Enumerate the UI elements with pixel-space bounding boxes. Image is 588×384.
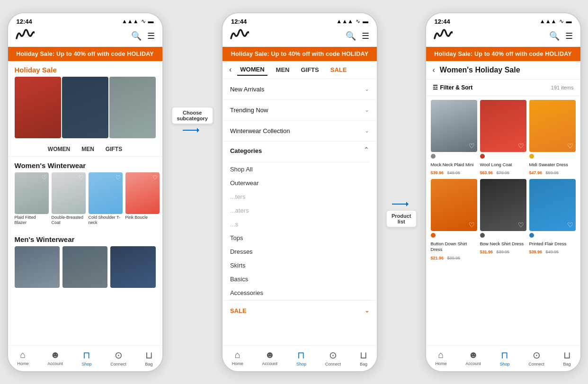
bottom-nav-connect-2[interactable]: ⊙ Connect [325,349,341,366]
tab-women[interactable]: WOMEN [48,146,70,152]
heart-btn-6[interactable]: ♡ [567,221,573,229]
cat-tops[interactable]: Tops [230,231,369,245]
heart-btn-4[interactable]: ♡ [469,221,475,229]
promo-banner-3[interactable]: Holiday Sale: Up to 40% off with code HO… [426,47,580,61]
product-pricing-4: $21.96 $39.95 [431,253,477,261]
bottom-nav-bag-1[interactable]: ⊔ Bag [145,349,153,366]
product-card-4[interactable]: ♡ Button Down Shirt Dress $21.96 $39.95 [431,179,477,261]
filter-sort-button[interactable]: ☲ Filter & Sort [433,84,473,91]
cat-jackets[interactable]: ...s [230,217,369,231]
product-pricing-5: $31.96 $39.95 [480,247,526,255]
search-icon-2[interactable]: 🔍 [346,31,356,41]
product-card-5[interactable]: ♡ Bow Neck Shirt Dress $31.96 $39.95 [480,179,526,261]
heart-btn-5[interactable]: ♡ [518,221,524,229]
product-card-1[interactable]: ♡ Mock Neck Plaid Mini $39.96 $49.95 [431,100,477,176]
home-label-2: Home [232,361,243,366]
heart-btn-2[interactable]: ♡ [518,142,524,150]
product-img-men1 [15,246,60,288]
bottom-nav-home-1[interactable]: ⌂ Home [17,349,28,366]
promo-banner-2[interactable]: Holiday Sale: Up to 40% off with code HO… [223,47,377,61]
nav-gifts[interactable]: GIFTS [298,64,321,75]
product-img-3: ♡ [529,100,576,152]
bottom-nav-connect-3[interactable]: ⊙ Connect [528,349,544,366]
heart-blazer[interactable]: ♡ [42,174,47,181]
back-button-3[interactable]: ‹ [433,66,435,74]
categories-chevron-up[interactable]: ⌃ [364,146,369,153]
cat-basics[interactable]: Basics [230,272,369,286]
nav-bar-2: 🔍 ☰ [223,27,377,47]
menu-winterwear[interactable]: Winterwear Collection ⌄ [223,121,377,142]
bottom-nav-shop-2[interactable]: ⊓ Shop [296,349,306,366]
logo-3 [434,29,453,43]
product-img-4: ♡ [431,179,477,231]
product-card-6[interactable]: ♡ Printed Flair Dress $39.96 $49.95 [529,179,576,261]
bottom-nav-account-2[interactable]: ☻ Account [262,349,278,366]
connect-label-3: Connect [528,362,544,366]
menu-trending-now[interactable]: Trending Now ⌄ [223,100,377,121]
wifi-icon-3: ∿ [559,18,564,25]
cat-sweaters[interactable]: ...ters [230,190,369,204]
status-icons-3: ▲▲▲ ∿ ▬ [540,18,572,25]
nav-women[interactable]: WOMEN [237,64,267,76]
cat-dresses[interactable]: Dresses [230,245,369,259]
bottom-nav-shop-1[interactable]: ⊓ Shop [81,349,91,366]
menu-sale-item[interactable]: SALE ⌄ [223,300,377,321]
back-button-2[interactable]: ‹ [229,65,232,74]
product-img-5: ♡ [480,179,526,231]
womens-product-row: ♡ Plaid Fitted Blazer ♡ Double-Breasted … [8,172,162,231]
shop-icon-2: ⊓ [297,349,305,361]
cat-accessories[interactable]: Accessories [230,286,369,300]
phone-2: 12:44 ▲▲▲ ∿ ▬ 🔍 ☰ Holiday Sale: Up to 40… [222,12,378,372]
cat-skirts[interactable]: Skirts [230,259,369,272]
menu-icon-3[interactable]: ☰ [565,31,573,41]
product-pink[interactable]: ♡ Pink Boucle [125,172,160,226]
bottom-nav-bag-3[interactable]: ⊔ Bag [563,349,571,366]
product-coat[interactable]: ♡ Double-Breasted Coat [52,172,86,226]
hero-images [8,77,162,143]
product-card-3[interactable]: ♡ Midi Sweater Dress $47.96 $59.95 [529,100,576,176]
price-sale-2: $63.96 [480,170,493,175]
chevron-trending: ⌄ [365,107,369,113]
promo-banner-1[interactable]: Holiday Sale: Up to 40% off with code HO… [8,47,162,61]
bottom-nav-account-1[interactable]: ☻ Account [47,349,63,366]
product-men3[interactable] [110,246,155,288]
tab-men[interactable]: MEN [81,146,94,152]
nav-men[interactable]: MEN [273,64,293,75]
menu-new-arrivals[interactable]: New Arrivals ⌄ [223,79,377,100]
tab-gifts[interactable]: GIFTS [106,146,122,152]
product-tneck[interactable]: ♡ Cold Shoulder T-neck [89,172,123,226]
menu-icon-1[interactable]: ☰ [147,31,155,41]
search-icon-3[interactable]: 🔍 [549,31,560,41]
cat-outerwear[interactable]: Outerwear [230,176,369,190]
price-orig-5: $39.95 [496,250,509,254]
bottom-nav-shop-3[interactable]: ⊓ Shop [499,349,509,366]
price-sale-5: $31.96 [480,250,493,254]
menu-icon-2[interactable]: ☰ [362,31,369,41]
hero-image-1 [15,77,61,138]
product-blazer[interactable]: ♡ Plaid Fitted Blazer [15,172,49,226]
bottom-nav-home-2[interactable]: ⌂ Home [232,349,243,366]
search-icon-1[interactable]: 🔍 [131,31,142,41]
bottom-nav-bag-2[interactable]: ⊔ Bag [360,349,367,366]
hero-image-3 [109,77,156,138]
bottom-nav-account-3[interactable]: ☻ Account [465,349,481,366]
cat-cardigans[interactable]: ...aters [230,204,369,217]
heart-coat[interactable]: ♡ [79,174,84,181]
status-icons-1: ▲▲▲ ∿ ▬ [122,18,154,25]
bottom-nav-home-3[interactable]: ⌂ Home [435,349,446,366]
product-men1[interactable] [15,246,60,288]
product-men2[interactable] [62,246,107,288]
heart-btn-1[interactable]: ♡ [469,142,475,150]
bottom-nav-connect-1[interactable]: ⊙ Connect [110,349,126,366]
signal-icon-2: ▲▲▲ [336,18,353,25]
cat-shop-all[interactable]: Shop All [230,162,369,176]
price-orig-4: $39.95 [447,256,460,260]
heart-pink[interactable]: ♡ [152,174,158,181]
product-card-2[interactable]: ♡ Wool Long Coat $63.96 $79.95 [480,100,526,176]
heart-btn-3[interactable]: ♡ [567,142,573,150]
heart-tneck[interactable]: ♡ [116,174,121,181]
price-sale-6: $39.96 [529,250,543,254]
home-icon-2: ⌂ [235,349,241,360]
hero-img-3-placeholder [109,77,156,138]
nav-sale[interactable]: SALE [328,64,350,75]
